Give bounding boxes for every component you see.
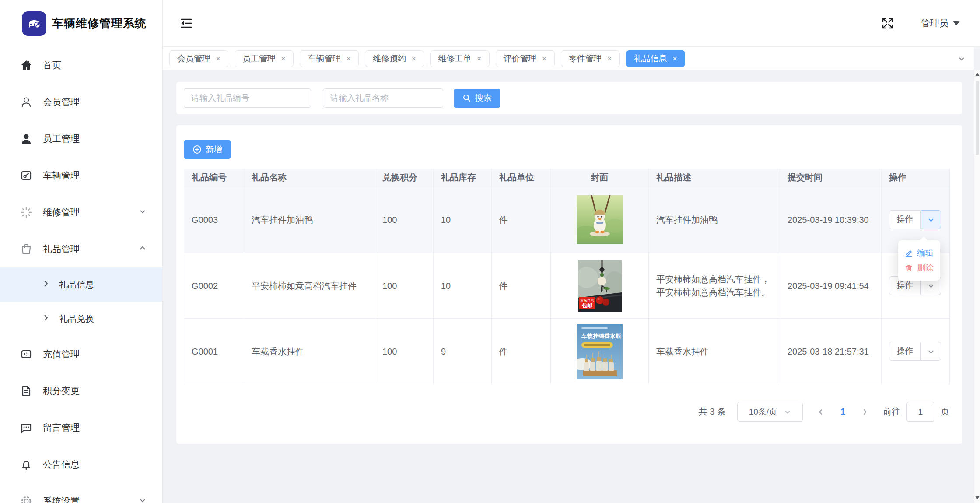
next-page-button[interactable] [858, 405, 872, 419]
action-button[interactable]: 操作 [889, 210, 921, 229]
home-icon [20, 59, 33, 72]
sidebar-item-recharge[interactable]: 充值管理 [0, 336, 162, 373]
col-gift-code: 礼品编号 [184, 169, 244, 186]
sidebar-fold-icon[interactable] [179, 16, 194, 31]
sidebar-item-home[interactable]: 首页 [0, 47, 162, 84]
cover-image-perfume-poster[interactable]: 车载挂绳香水瓶 [577, 324, 623, 379]
add-button[interactable]: 新增 [184, 140, 231, 159]
member-icon [20, 95, 33, 109]
goto-page-input[interactable] [906, 402, 934, 422]
chevron-up-icon [139, 244, 147, 254]
cell-gift-name: 平安柿柿如意高档汽车挂件 [244, 253, 375, 319]
scroll-down-arrow-icon[interactable] [975, 496, 980, 499]
sidebar-item-label: 维修管理 [43, 206, 80, 218]
cell-cover: 车载挂绳香水瓶 [551, 319, 649, 384]
sidebar-item-staff[interactable]: 员工管理 [0, 120, 162, 157]
admin-name: 管理员 [921, 17, 948, 29]
col-actions: 操作 [882, 169, 950, 186]
tab-vehicles[interactable]: 车辆管理 × [300, 50, 359, 67]
cell-gift-code: G0003 [184, 186, 244, 253]
close-icon[interactable]: × [607, 54, 612, 63]
cell-unit: 件 [492, 319, 551, 384]
gear-icon [20, 495, 33, 503]
recharge-card-icon [20, 348, 33, 361]
action-split-button: 操作 [889, 342, 941, 361]
col-stock: 礼品库存 [434, 169, 492, 186]
sidebar-item-members[interactable]: 会员管理 [0, 84, 162, 120]
cell-stock: 10 [434, 253, 492, 319]
sidebar-item-repair[interactable]: 维修管理 [0, 194, 162, 231]
action-button[interactable]: 操作 [889, 342, 921, 361]
document-icon [20, 384, 33, 397]
cell-unit: 件 [492, 186, 551, 253]
cell-time: 2025-03-18 21:57:31 [780, 319, 882, 384]
edit-menu-item[interactable]: 编辑 [898, 246, 940, 260]
close-icon[interactable]: × [411, 54, 416, 63]
tab-members[interactable]: 会员管理 × [169, 50, 228, 67]
close-icon[interactable]: × [672, 54, 677, 63]
sidebar-item-label: 礼品信息 [59, 279, 94, 291]
sidebar-item-label: 车辆管理 [43, 169, 80, 182]
col-gift-name: 礼品名称 [244, 169, 375, 186]
close-icon[interactable]: × [216, 54, 220, 63]
cover-image-cherry-pendant[interactable]: 京东自营 包邮 [578, 260, 622, 312]
fullscreen-icon[interactable] [881, 16, 895, 30]
col-desc: 礼品描述 [649, 169, 780, 186]
chevron-down-icon [139, 207, 147, 218]
tabbar: 会员管理 × 员工管理 × 车辆管理 × 维修预约 × 维修工单 × 评价管理 … [163, 47, 974, 70]
delete-menu-item[interactable]: 删除 [898, 260, 940, 275]
admin-menu[interactable]: 管理员 [921, 17, 960, 29]
close-icon[interactable]: × [476, 54, 481, 63]
sidebar-item-label: 礼品管理 [43, 243, 80, 255]
tab-parts[interactable]: 零件管理 × [561, 50, 620, 67]
vertical-scrollbar[interactable] [974, 70, 980, 503]
tab-gift-info[interactable]: 礼品信息 × [626, 50, 685, 67]
scroll-up-arrow-icon[interactable] [975, 73, 980, 76]
sidebar-item-label: 首页 [43, 59, 61, 71]
sidebar-item-gifts[interactable]: 礼品管理 [0, 231, 162, 267]
sidebar-item-notices[interactable]: 公告信息 [0, 446, 162, 483]
sidebar-menu: 首页 会员管理 员工管理 车辆管理 [0, 47, 162, 503]
cell-desc: 车载香水挂件 [649, 319, 780, 384]
sidebar-subitem-gift-exchange[interactable]: 礼品兑换 [0, 302, 162, 336]
sidebar: 车辆维修管理系统 首页 会员管理 员工管理 [0, 0, 163, 503]
action-dropdown-toggle[interactable] [921, 342, 941, 361]
close-icon[interactable]: × [281, 54, 286, 63]
sidebar-item-settings[interactable]: 系统设置 [0, 483, 162, 503]
gift-code-input[interactable] [184, 88, 311, 108]
close-icon[interactable]: × [346, 54, 351, 63]
svg-text:车载挂绳香水瓶: 车载挂绳香水瓶 [581, 333, 622, 339]
page-size-select[interactable]: 10条/页 [737, 402, 803, 422]
cell-actions: 操作 [882, 319, 950, 384]
tab-staff[interactable]: 员工管理 × [234, 50, 294, 67]
gift-name-input[interactable] [323, 88, 443, 108]
sidebar-item-points[interactable]: 积分变更 [0, 373, 162, 409]
staff-icon [20, 132, 33, 145]
chevron-right-icon [42, 279, 50, 290]
tab-reviews[interactable]: 评价管理 × [496, 50, 555, 67]
page-number-current[interactable]: 1 [839, 407, 847, 417]
scrollbar-thumb[interactable] [976, 81, 979, 155]
cell-points: 100 [375, 253, 434, 319]
search-button[interactable]: 搜索 [454, 89, 500, 108]
app-logo-row: 车辆维修管理系统 [0, 0, 162, 47]
action-dropdown-toggle[interactable] [921, 210, 941, 229]
cell-cover [551, 186, 649, 253]
tab-repair-booking[interactable]: 维修预约 × [365, 50, 424, 67]
cell-gift-code: G0002 [184, 253, 244, 319]
tab-repair-orders[interactable]: 维修工单 × [430, 50, 489, 67]
close-icon[interactable]: × [542, 54, 547, 63]
cell-cover: 京东自营 包邮 [551, 253, 649, 319]
sidebar-subitem-gift-info[interactable]: 礼品信息 [0, 267, 162, 302]
prev-page-button[interactable] [814, 405, 827, 419]
sidebar-item-messages[interactable]: 留言管理 [0, 409, 162, 446]
sidebar-item-label: 留言管理 [43, 422, 80, 434]
cell-unit: 件 [492, 253, 551, 319]
cell-time: 2025-03-19 09:41:54 [780, 253, 882, 319]
tab-overflow-chevron-icon[interactable] [954, 51, 970, 67]
cell-desc: 平安柿柿如意高档汽车挂件，平安柿柿如意高档汽车挂件。 [649, 253, 780, 319]
sidebar-item-vehicles[interactable]: 车辆管理 [0, 157, 162, 194]
cover-image-duck-pendant[interactable] [577, 195, 623, 244]
cell-desc: 汽车挂件加油鸭 [649, 186, 780, 253]
cell-stock: 9 [434, 319, 492, 384]
